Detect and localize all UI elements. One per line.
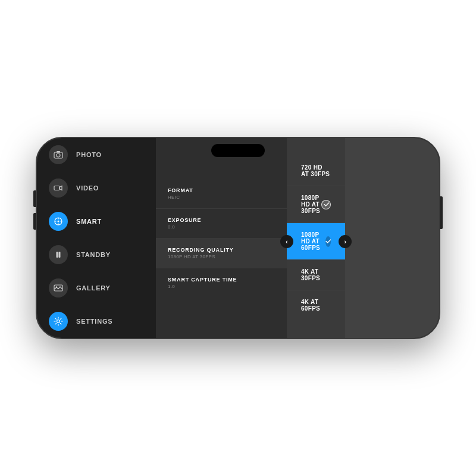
sidebar-settings-label: SETTINGS xyxy=(76,318,112,325)
option-4k30[interactable]: 4K AT 30FPS xyxy=(287,260,345,290)
option-1080p60[interactable]: 1080P HD AT 60FPS xyxy=(287,223,345,260)
option-1080p30-label: 1080P HD AT 30FPS xyxy=(301,195,321,214)
camera-icon-bg xyxy=(49,145,68,164)
video-icon-bg xyxy=(49,178,68,198)
dynamic-island xyxy=(211,144,265,157)
settings-list: FORMAT HEIC EXPOSURE 0.0 RECORDING QUALI… xyxy=(156,138,287,338)
sidebar-smart-label: SMART xyxy=(76,218,102,225)
svg-rect-2 xyxy=(57,151,60,153)
exposure-title: EXPOSURE xyxy=(168,217,275,223)
svg-point-5 xyxy=(58,221,60,223)
option-4k30-label: 4K AT 30FPS xyxy=(301,268,331,281)
exposure-sub: 0.0 xyxy=(168,224,275,230)
format-sub: HEIC xyxy=(168,195,275,200)
smart-icon-bg xyxy=(49,212,68,231)
settings-recording-quality[interactable]: RECORDING QUALITY 1080P HD AT 30FPS xyxy=(156,239,287,268)
gallery-icon-bg xyxy=(49,278,68,298)
svg-rect-10 xyxy=(57,252,58,258)
recording-quality-title: RECORDING QUALITY xyxy=(168,247,275,253)
svg-point-14 xyxy=(57,320,60,323)
phone-wrapper: PHOTO VIDEO xyxy=(36,137,440,339)
sidebar-item-photo[interactable]: PHOTO xyxy=(37,138,156,171)
sidebar-video-label: VIDEO xyxy=(76,184,99,192)
svg-rect-11 xyxy=(59,252,61,258)
svg-rect-3 xyxy=(54,186,60,190)
standby-icon-bg xyxy=(49,245,68,264)
sidebar-standby-label: STANDBY xyxy=(76,251,111,258)
nav-next-arrow[interactable]: › xyxy=(339,235,352,248)
nav-prev-arrow[interactable]: ‹ xyxy=(280,235,293,248)
option-4k60-label: 4K AT 60FPS xyxy=(301,299,331,312)
settings-exposure[interactable]: EXPOSURE 0.0 xyxy=(156,209,287,239)
option-1080p60-container: ‹ 1080P HD AT 60FPS › xyxy=(287,223,345,260)
svg-point-1 xyxy=(57,154,60,157)
format-title: FORMAT xyxy=(168,187,275,193)
checkmark-1080p30 xyxy=(321,200,331,209)
screen: PHOTO VIDEO xyxy=(37,138,439,338)
options-area: 720 HD AT 30FPS 1080P HD AT 30FPS ‹ xyxy=(287,138,345,338)
selected-inner: 1080P HD AT 60FPS xyxy=(301,231,331,251)
svg-point-13 xyxy=(56,286,57,287)
smart-capture-title: SMART CAPTURE TIME xyxy=(168,277,275,283)
selected-check xyxy=(325,236,331,247)
option-720hd30[interactable]: 720 HD AT 30FPS xyxy=(287,156,345,186)
sidebar-item-video[interactable]: VIDEO xyxy=(37,171,156,205)
recording-quality-sub: 1080P HD AT 30FPS xyxy=(168,254,275,259)
option-4k60[interactable]: 4K AT 60FPS xyxy=(287,290,345,320)
settings-icon-bg xyxy=(49,312,68,331)
sidebar-item-settings[interactable]: SETTINGS xyxy=(37,305,156,338)
right-overlay-panel xyxy=(345,138,439,338)
phone-body: PHOTO VIDEO xyxy=(36,137,440,339)
sidebar-item-smart[interactable]: SMART xyxy=(37,205,156,238)
settings-format[interactable]: FORMAT HEIC xyxy=(156,179,287,209)
sidebar-photo-label: PHOTO xyxy=(76,151,102,158)
power-button[interactable] xyxy=(440,196,443,229)
sidebar: PHOTO VIDEO xyxy=(37,138,156,338)
option-720hd30-label: 720 HD AT 30FPS xyxy=(301,164,331,177)
option-1080p30[interactable]: 1080P HD AT 30FPS xyxy=(287,186,345,223)
settings-smart-capture-time[interactable]: SMART CAPTURE TIME 1.0 xyxy=(156,268,287,298)
sidebar-gallery-label: GALLERY xyxy=(76,284,111,292)
option-1080p60-label: 1080P HD AT 60FPS xyxy=(301,231,325,251)
smart-capture-sub: 1.0 xyxy=(168,284,275,289)
sidebar-item-gallery[interactable]: GALLERY xyxy=(37,271,156,305)
sidebar-item-standby[interactable]: STANDBY xyxy=(37,238,156,271)
